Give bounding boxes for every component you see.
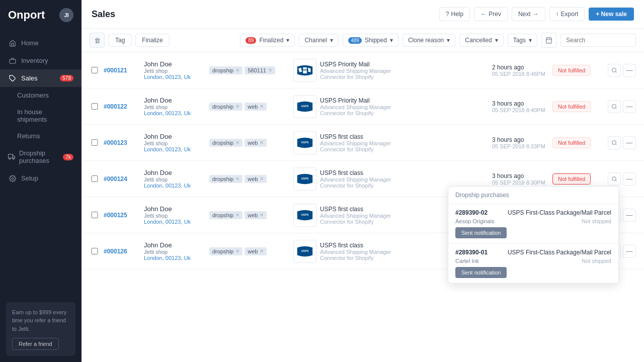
sidebar-item-sales[interactable]: Sales 578	[0, 69, 82, 87]
carrier-logo: USPS	[290, 240, 320, 263]
sidebar-item-inventory[interactable]: Inventory	[0, 52, 82, 69]
sidebar-item-inhouse-shipments[interactable]: In house shipments	[0, 104, 82, 128]
minus-action-icon[interactable]: —	[623, 100, 636, 113]
time-ago: 3 hours ago	[492, 172, 552, 179]
truck-icon	[8, 153, 15, 160]
search-input[interactable]	[560, 34, 636, 47]
customer-address: London, 00123, Uk	[144, 219, 209, 225]
export-button[interactable]: ↑ Export	[549, 7, 585, 21]
row-checkbox[interactable]	[90, 67, 100, 73]
shipped-badge: 489	[348, 37, 362, 44]
sale-id[interactable]: #000125	[104, 212, 144, 219]
sidebar-item-setup[interactable]: Setup	[0, 169, 82, 187]
sidebar-nav: Home Inventory Sales 578 Customers In ho…	[0, 30, 82, 296]
popup-title: Dropship purchases	[448, 187, 618, 204]
sidebar-item-dropship-label: Dropship purchases	[19, 149, 63, 164]
tag-dropship: dropship ✕	[209, 66, 243, 74]
sale-id[interactable]: #000123	[104, 139, 144, 146]
row-checkbox[interactable]	[90, 175, 100, 182]
header-actions: ? Help ← Prev Next → ↑ Export + New sale	[439, 7, 634, 21]
popup-item-id: #289390-02	[455, 209, 488, 216]
sale-status: Not fulfilled	[552, 137, 608, 148]
sale-tags: dropship ✕ web ✕	[209, 175, 290, 183]
finalize-button[interactable]: Finalize	[135, 34, 169, 47]
refer-friend-button[interactable]: Refer a friend	[12, 338, 59, 350]
help-button[interactable]: ? Help	[439, 7, 470, 21]
row-actions: —	[608, 136, 636, 149]
sidebar-item-customers[interactable]: Customers	[0, 87, 82, 104]
sale-id[interactable]: #000124	[104, 175, 144, 183]
shipping-info: USPS first class Advanced Shipping Manag…	[320, 133, 492, 152]
sale-status: Not fulfilled	[552, 101, 608, 112]
shipped-filter[interactable]: 489 Shipped ▾	[343, 34, 398, 47]
row-checkbox[interactable]	[90, 248, 100, 254]
export-icon: ↑	[556, 11, 559, 18]
shop-name: Jetti shop	[144, 68, 209, 74]
minus-action-icon[interactable]: —	[623, 209, 636, 222]
delete-icon-button[interactable]: 🗑	[90, 33, 105, 48]
sent-notification-button-1[interactable]: Sent notification	[455, 227, 507, 238]
search-action-icon[interactable]	[608, 64, 621, 77]
next-button[interactable]: Next →	[512, 7, 545, 21]
gear-icon	[8, 175, 17, 182]
row-checkbox[interactable]	[90, 139, 100, 146]
sidebar-item-sales-label: Sales	[21, 74, 38, 82]
sale-id[interactable]: #000121	[104, 67, 144, 74]
clone-reason-filter[interactable]: Clone reason ▾	[403, 34, 455, 47]
sidebar-item-home[interactable]: Home	[0, 34, 82, 52]
new-sale-button[interactable]: + New sale	[589, 8, 634, 21]
sale-tags: dropship ✕ web ✕	[209, 103, 290, 111]
channel-filter[interactable]: Channel ▾	[299, 34, 339, 47]
popup-item-2: #289390-01 USPS First-Class Package/Mail…	[448, 244, 618, 283]
row-actions: —	[608, 64, 636, 77]
search-action-icon[interactable]	[608, 172, 621, 186]
minus-action-icon[interactable]: —	[623, 245, 636, 258]
tags-filter[interactable]: Tags ▾	[508, 34, 537, 47]
tag-button[interactable]: Tag	[109, 34, 131, 47]
main-content: Sales ? Help ← Prev Next → ↑ Export + Ne…	[82, 0, 644, 362]
carrier-logo: USPS	[290, 59, 320, 82]
minus-action-icon[interactable]: —	[623, 136, 636, 149]
customer-info: John Doe Jetti shop London, 00123, Uk	[144, 169, 209, 189]
row-checkbox[interactable]	[90, 103, 100, 110]
tag-dropship: dropship ✕	[209, 247, 243, 255]
sidebar-item-returns[interactable]: Returns	[0, 128, 82, 144]
svg-point-4	[9, 158, 11, 159]
chevron-down-icon: ▾	[286, 37, 289, 44]
customer-name: John Doe	[144, 241, 209, 249]
calendar-button[interactable]	[541, 33, 556, 48]
sale-time: 3 hours ago 05 SEP 2018 8:30PM	[492, 172, 552, 186]
minus-action-icon[interactable]: —	[623, 64, 636, 77]
question-icon: ?	[446, 11, 449, 18]
sidebar-item-dropship[interactable]: Dropship purchases 7k	[0, 144, 82, 169]
sale-time: 3 hours ago 05 SEP 2018 8:33PM	[492, 136, 552, 149]
carrier-logo: USPS	[290, 167, 320, 191]
table-row: #000122 John Doe Jetti shop London, 0012…	[82, 88, 644, 125]
sale-id[interactable]: #000122	[104, 103, 144, 110]
logo: Onport	[8, 9, 45, 22]
finalized-filter[interactable]: 89 Finalized ▾	[240, 34, 295, 47]
customer-address: London, 00123, Uk	[144, 110, 209, 116]
customer-address: London, 00123, Uk	[144, 74, 209, 80]
svg-point-17	[612, 104, 616, 108]
chevron-down-icon-5: ▾	[495, 37, 498, 44]
search-action-icon[interactable]	[608, 136, 621, 149]
popup-vendor: Aesop Originals	[455, 218, 495, 224]
avatar[interactable]: JI	[59, 8, 73, 22]
sale-id[interactable]: #000126	[104, 248, 144, 255]
sent-notification-button-2[interactable]: Sent notification	[455, 267, 507, 278]
row-checkbox[interactable]	[90, 212, 100, 218]
sales-table: #000121 John Doe Jetti shop London, 0012…	[82, 52, 644, 362]
svg-rect-7	[546, 38, 552, 43]
svg-text:USPS: USPS	[301, 104, 309, 107]
popup-status: Not shipped	[582, 218, 611, 224]
cancelled-filter[interactable]: Cancelled ▾	[459, 34, 503, 47]
svg-point-5	[13, 158, 14, 159]
popup-item-top: #289390-02 USPS First-Class Package/Mail…	[455, 209, 611, 216]
minus-action-icon[interactable]: —	[623, 172, 636, 186]
prev-button[interactable]: ← Prev	[474, 7, 508, 21]
sale-time: 2 hours ago 05 SEP 2018 8:46PM	[492, 64, 552, 77]
search-action-icon[interactable]	[608, 100, 621, 113]
tag-web: web ✕	[245, 139, 267, 147]
prev-arrow-icon: ←	[480, 11, 487, 18]
